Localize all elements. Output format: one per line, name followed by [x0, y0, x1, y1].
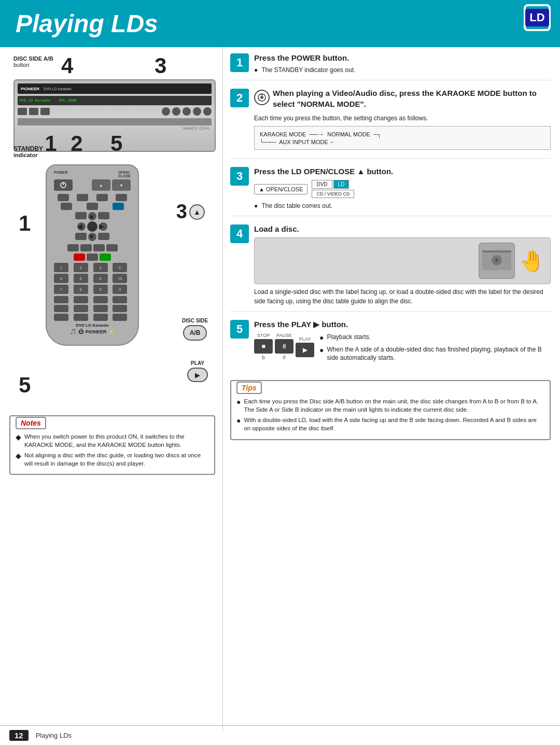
footer-label: Playing LDs [36, 732, 72, 739]
left-btn[interactable]: ◀ [77, 222, 86, 231]
mode-btn[interactable] [61, 203, 72, 210]
title-btn[interactable] [75, 212, 87, 219]
up-arrow-circle: ▲ [189, 204, 205, 220]
step2-title: When playing a Video/Audio disc, press t… [273, 88, 551, 109]
step4-content: Load a disc. 🤚 Load a single-sided disc … [254, 223, 551, 306]
hand-shape: 🤚 [519, 249, 545, 273]
clear-btn[interactable]: C [113, 263, 127, 272]
av-btn[interactable] [96, 194, 108, 201]
plus-btn[interactable]: +5 [113, 274, 127, 283]
close-button[interactable]: ▼ [112, 179, 131, 191]
remote-num3-callout: 3 ▲ [176, 201, 205, 223]
step5-bullets: ● Playback starts. ● When the A side of … [319, 333, 551, 364]
ff-btn[interactable] [93, 244, 105, 251]
device-display: DVD LD Karaoke DVL-V888 [20, 99, 77, 103]
pause-btn-display: ⏸ [275, 339, 293, 354]
skip-btn[interactable] [87, 254, 98, 261]
return-btn[interactable] [98, 212, 109, 219]
extra-btn[interactable] [113, 305, 127, 312]
page-footer: 12 Playing LDs [0, 725, 560, 745]
repeat-btn[interactable] [106, 244, 118, 251]
disc-side-label: DISC SIDE A/B [13, 55, 53, 62]
extra4-btn[interactable] [93, 314, 108, 321]
disc-side-remote-label: DISC SIDE [182, 318, 208, 324]
step4-body: Load a single-sided disc with the label … [254, 287, 551, 306]
page-number: 12 [9, 730, 29, 741]
menu-btn[interactable] [87, 203, 98, 210]
stop-group: STOP ■ b [254, 333, 273, 360]
step3-num: 3 [230, 167, 249, 186]
num6-btn[interactable]: 6 [93, 274, 108, 283]
play-group: PLAY ▶ [296, 336, 314, 357]
condition-btn[interactable] [93, 296, 108, 303]
open-button[interactable]: ▲ [92, 179, 110, 191]
remote-num5: 5 [19, 373, 31, 398]
pioneer-label: PIONEER [86, 329, 107, 334]
display-btn[interactable] [116, 194, 127, 201]
num3-remote-label: 3 [176, 201, 187, 223]
svg-point-8 [495, 259, 498, 262]
set-ctrl-btn[interactable] [93, 305, 108, 312]
next-btn[interactable] [98, 233, 109, 240]
open-close-btn: ▲ OPEN/CLOSE [254, 184, 307, 194]
play-btn-display: ▶ [296, 343, 314, 357]
num2-btn[interactable]: 2 [74, 263, 88, 272]
pause-group: PAUSE ⏸ # [275, 333, 293, 360]
num3-btn[interactable]: 3 [93, 263, 108, 272]
accomp-btn[interactable] [74, 296, 88, 303]
pause-btn[interactable] [80, 244, 92, 251]
disc-side-button-label: button [13, 62, 53, 68]
step5-bullet1: ● Playback starts. [319, 333, 551, 343]
num5-btn[interactable]: 5 [74, 274, 88, 283]
extra2-btn[interactable] [54, 314, 68, 321]
stop-sub: b [262, 355, 265, 360]
up-btn[interactable]: ▲ [88, 212, 96, 220]
rew-btn[interactable] [67, 244, 79, 251]
prev-btn[interactable] [75, 233, 87, 240]
device-btn-circle-4 [193, 107, 201, 116]
device-btn-circle-3 [183, 107, 191, 116]
karaoke-btn[interactable] [113, 203, 124, 210]
remote-brand: DVD LD Karaoke 🎵 ⏻ PIONEER ⚡ [54, 323, 131, 334]
enter-btn[interactable] [87, 221, 97, 232]
extra3-btn[interactable] [74, 314, 88, 321]
device-logo: PIONEER [21, 87, 39, 91]
melody-btn[interactable] [54, 296, 68, 303]
num4-btn[interactable]: 4 [54, 274, 68, 283]
step-1: 1 Press the POWER button. ● The STANDBY … [230, 52, 551, 80]
num9-btn[interactable]: 9 [93, 285, 108, 294]
extra5-btn[interactable] [113, 314, 127, 321]
ab-btn[interactable]: A/B [183, 325, 207, 341]
num1-btn[interactable]: 1 [54, 263, 68, 272]
subtitle-btn[interactable] [77, 194, 88, 201]
num0-btn[interactable]: 0 [113, 285, 127, 294]
pause-label: PAUSE [276, 333, 292, 338]
audio-btn[interactable] [58, 194, 69, 201]
play-btn-callout[interactable]: ▶ [187, 368, 208, 382]
play-btn-remote[interactable] [100, 254, 111, 261]
step1-title: Press the POWER button. [254, 52, 551, 63]
guide-btn[interactable] [54, 305, 68, 312]
tips-box: Tips ● Each time you press the Disc side… [230, 380, 551, 440]
device-tray [18, 118, 212, 125]
device-format-label: VideoCD CD+G [18, 126, 212, 130]
quick-btn[interactable] [74, 305, 88, 312]
open-close-label: OPEN/CLOSE [118, 171, 131, 178]
right-btn[interactable]: ▶ [99, 222, 107, 231]
page-title: Playing LDs [16, 9, 544, 38]
svg-rect-6 [482, 250, 511, 252]
device-btn-1 [18, 108, 27, 115]
main-content: DISC SIDE A/B button 4 3 PIONEER DVD LD … [0, 47, 560, 732]
step4-title: Load a disc. [254, 223, 551, 234]
num8-btn[interactable]: 8 [74, 285, 88, 294]
step1-body: ● The STANDBY indicator goes out. [254, 65, 551, 75]
power-button[interactable] [54, 179, 73, 191]
down-btn[interactable]: ▼ [88, 233, 96, 241]
num7-btn[interactable]: 7 [54, 285, 68, 294]
page-header: Playing LDs LD [0, 0, 560, 47]
program-btn[interactable] [113, 296, 127, 303]
stop-btn[interactable] [74, 254, 85, 261]
tips-header: Tips [236, 382, 262, 394]
power-label: POWER [54, 171, 67, 178]
notes-item-2: ◆ Not aligning a disc with the disc guid… [16, 451, 209, 468]
